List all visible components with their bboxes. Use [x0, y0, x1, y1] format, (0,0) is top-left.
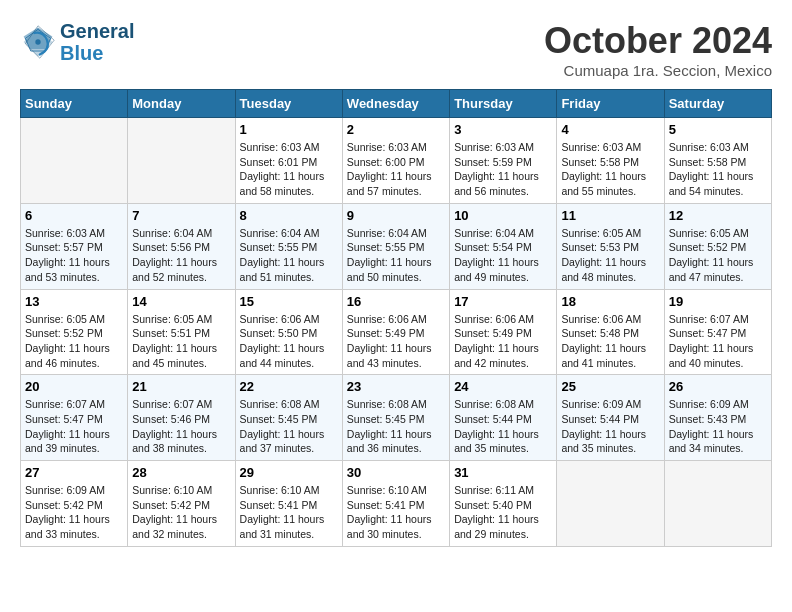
day-number: 17: [454, 294, 552, 309]
calendar-cell: 26Sunrise: 6:09 AMSunset: 5:43 PMDayligh…: [664, 375, 771, 461]
day-number: 1: [240, 122, 338, 137]
day-number: 23: [347, 379, 445, 394]
calendar-cell: 31Sunrise: 6:11 AMSunset: 5:40 PMDayligh…: [450, 461, 557, 547]
day-info: Sunrise: 6:06 AMSunset: 5:50 PMDaylight:…: [240, 312, 338, 371]
calendar-cell: 22Sunrise: 6:08 AMSunset: 5:45 PMDayligh…: [235, 375, 342, 461]
day-number: 6: [25, 208, 123, 223]
calendar-cell: 17Sunrise: 6:06 AMSunset: 5:49 PMDayligh…: [450, 289, 557, 375]
calendar-cell: 11Sunrise: 6:05 AMSunset: 5:53 PMDayligh…: [557, 203, 664, 289]
day-number: 21: [132, 379, 230, 394]
calendar-week-2: 6Sunrise: 6:03 AMSunset: 5:57 PMDaylight…: [21, 203, 772, 289]
day-info: Sunrise: 6:10 AMSunset: 5:41 PMDaylight:…: [240, 483, 338, 542]
day-number: 18: [561, 294, 659, 309]
weekday-header-tuesday: Tuesday: [235, 90, 342, 118]
calendar-cell: 19Sunrise: 6:07 AMSunset: 5:47 PMDayligh…: [664, 289, 771, 375]
day-info: Sunrise: 6:03 AMSunset: 6:01 PMDaylight:…: [240, 140, 338, 199]
day-number: 16: [347, 294, 445, 309]
day-info: Sunrise: 6:05 AMSunset: 5:52 PMDaylight:…: [25, 312, 123, 371]
day-info: Sunrise: 6:10 AMSunset: 5:41 PMDaylight:…: [347, 483, 445, 542]
day-info: Sunrise: 6:05 AMSunset: 5:51 PMDaylight:…: [132, 312, 230, 371]
calendar-cell: 5Sunrise: 6:03 AMSunset: 5:58 PMDaylight…: [664, 118, 771, 204]
day-number: 3: [454, 122, 552, 137]
location-subtitle: Cumuapa 1ra. Seccion, Mexico: [544, 62, 772, 79]
day-number: 4: [561, 122, 659, 137]
day-info: Sunrise: 6:04 AMSunset: 5:56 PMDaylight:…: [132, 226, 230, 285]
calendar-cell: 8Sunrise: 6:04 AMSunset: 5:55 PMDaylight…: [235, 203, 342, 289]
day-number: 8: [240, 208, 338, 223]
calendar-cell: 23Sunrise: 6:08 AMSunset: 5:45 PMDayligh…: [342, 375, 449, 461]
calendar-table: SundayMondayTuesdayWednesdayThursdayFrid…: [20, 89, 772, 547]
title-area: October 2024 Cumuapa 1ra. Seccion, Mexic…: [544, 20, 772, 79]
calendar-cell: 25Sunrise: 6:09 AMSunset: 5:44 PMDayligh…: [557, 375, 664, 461]
day-number: 5: [669, 122, 767, 137]
calendar-cell: 16Sunrise: 6:06 AMSunset: 5:49 PMDayligh…: [342, 289, 449, 375]
day-number: 7: [132, 208, 230, 223]
calendar-cell: 12Sunrise: 6:05 AMSunset: 5:52 PMDayligh…: [664, 203, 771, 289]
day-info: Sunrise: 6:06 AMSunset: 5:48 PMDaylight:…: [561, 312, 659, 371]
day-number: 19: [669, 294, 767, 309]
calendar-cell: 2Sunrise: 6:03 AMSunset: 6:00 PMDaylight…: [342, 118, 449, 204]
calendar-cell: 28Sunrise: 6:10 AMSunset: 5:42 PMDayligh…: [128, 461, 235, 547]
day-info: Sunrise: 6:10 AMSunset: 5:42 PMDaylight:…: [132, 483, 230, 542]
day-info: Sunrise: 6:04 AMSunset: 5:55 PMDaylight:…: [347, 226, 445, 285]
day-info: Sunrise: 6:08 AMSunset: 5:45 PMDaylight:…: [240, 397, 338, 456]
day-number: 15: [240, 294, 338, 309]
calendar-cell: 14Sunrise: 6:05 AMSunset: 5:51 PMDayligh…: [128, 289, 235, 375]
calendar-cell: 4Sunrise: 6:03 AMSunset: 5:58 PMDaylight…: [557, 118, 664, 204]
page-header: General Blue October 2024 Cumuapa 1ra. S…: [20, 20, 772, 79]
calendar-cell: 27Sunrise: 6:09 AMSunset: 5:42 PMDayligh…: [21, 461, 128, 547]
logo: General Blue: [20, 20, 134, 64]
day-number: 27: [25, 465, 123, 480]
day-info: Sunrise: 6:08 AMSunset: 5:45 PMDaylight:…: [347, 397, 445, 456]
day-number: 22: [240, 379, 338, 394]
day-info: Sunrise: 6:08 AMSunset: 5:44 PMDaylight:…: [454, 397, 552, 456]
weekday-header-monday: Monday: [128, 90, 235, 118]
calendar-cell: 30Sunrise: 6:10 AMSunset: 5:41 PMDayligh…: [342, 461, 449, 547]
logo-icon: [20, 24, 56, 60]
weekday-header-thursday: Thursday: [450, 90, 557, 118]
day-info: Sunrise: 6:07 AMSunset: 5:47 PMDaylight:…: [25, 397, 123, 456]
month-title: October 2024: [544, 20, 772, 62]
day-number: 24: [454, 379, 552, 394]
day-number: 11: [561, 208, 659, 223]
calendar-cell: 15Sunrise: 6:06 AMSunset: 5:50 PMDayligh…: [235, 289, 342, 375]
calendar-cell: 13Sunrise: 6:05 AMSunset: 5:52 PMDayligh…: [21, 289, 128, 375]
weekday-header-row: SundayMondayTuesdayWednesdayThursdayFrid…: [21, 90, 772, 118]
calendar-cell: [21, 118, 128, 204]
day-number: 12: [669, 208, 767, 223]
day-info: Sunrise: 6:07 AMSunset: 5:46 PMDaylight:…: [132, 397, 230, 456]
day-number: 28: [132, 465, 230, 480]
calendar-cell: 1Sunrise: 6:03 AMSunset: 6:01 PMDaylight…: [235, 118, 342, 204]
day-info: Sunrise: 6:06 AMSunset: 5:49 PMDaylight:…: [347, 312, 445, 371]
calendar-cell: 9Sunrise: 6:04 AMSunset: 5:55 PMDaylight…: [342, 203, 449, 289]
day-number: 29: [240, 465, 338, 480]
logo-text: General Blue: [60, 20, 134, 64]
day-number: 20: [25, 379, 123, 394]
calendar-cell: 20Sunrise: 6:07 AMSunset: 5:47 PMDayligh…: [21, 375, 128, 461]
day-info: Sunrise: 6:04 AMSunset: 5:55 PMDaylight:…: [240, 226, 338, 285]
calendar-week-4: 20Sunrise: 6:07 AMSunset: 5:47 PMDayligh…: [21, 375, 772, 461]
day-number: 10: [454, 208, 552, 223]
calendar-week-1: 1Sunrise: 6:03 AMSunset: 6:01 PMDaylight…: [21, 118, 772, 204]
calendar-cell: 21Sunrise: 6:07 AMSunset: 5:46 PMDayligh…: [128, 375, 235, 461]
calendar-week-3: 13Sunrise: 6:05 AMSunset: 5:52 PMDayligh…: [21, 289, 772, 375]
day-info: Sunrise: 6:11 AMSunset: 5:40 PMDaylight:…: [454, 483, 552, 542]
day-info: Sunrise: 6:04 AMSunset: 5:54 PMDaylight:…: [454, 226, 552, 285]
day-number: 25: [561, 379, 659, 394]
day-info: Sunrise: 6:03 AMSunset: 5:59 PMDaylight:…: [454, 140, 552, 199]
day-number: 13: [25, 294, 123, 309]
day-info: Sunrise: 6:03 AMSunset: 5:57 PMDaylight:…: [25, 226, 123, 285]
calendar-cell: [557, 461, 664, 547]
day-info: Sunrise: 6:09 AMSunset: 5:44 PMDaylight:…: [561, 397, 659, 456]
calendar-cell: 7Sunrise: 6:04 AMSunset: 5:56 PMDaylight…: [128, 203, 235, 289]
calendar-cell: 29Sunrise: 6:10 AMSunset: 5:41 PMDayligh…: [235, 461, 342, 547]
day-info: Sunrise: 6:05 AMSunset: 5:53 PMDaylight:…: [561, 226, 659, 285]
calendar-cell: 10Sunrise: 6:04 AMSunset: 5:54 PMDayligh…: [450, 203, 557, 289]
calendar-cell: 6Sunrise: 6:03 AMSunset: 5:57 PMDaylight…: [21, 203, 128, 289]
day-info: Sunrise: 6:03 AMSunset: 6:00 PMDaylight:…: [347, 140, 445, 199]
calendar-cell: 24Sunrise: 6:08 AMSunset: 5:44 PMDayligh…: [450, 375, 557, 461]
day-info: Sunrise: 6:09 AMSunset: 5:43 PMDaylight:…: [669, 397, 767, 456]
weekday-header-sunday: Sunday: [21, 90, 128, 118]
calendar-cell: [664, 461, 771, 547]
calendar-cell: 3Sunrise: 6:03 AMSunset: 5:59 PMDaylight…: [450, 118, 557, 204]
